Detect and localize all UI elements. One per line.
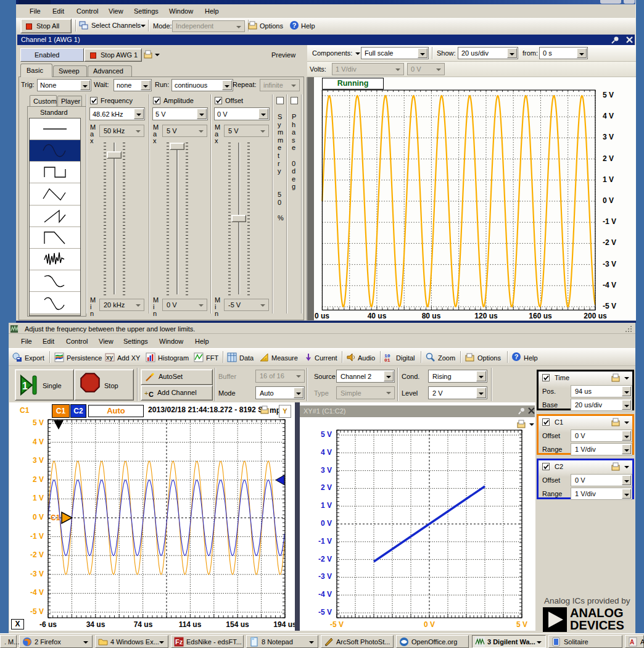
svg-text:Fz: Fz <box>175 638 183 646</box>
svg-text:A: A <box>630 639 634 646</box>
svg-text:1: 1 <box>22 381 28 391</box>
svg-text:C: C <box>149 391 154 397</box>
svg-text:+: + <box>144 389 148 397</box>
svg-text:xy: xy <box>106 354 114 361</box>
svg-text:C1: C1 <box>51 513 60 522</box>
svg-text:01: 01 <box>384 357 390 362</box>
